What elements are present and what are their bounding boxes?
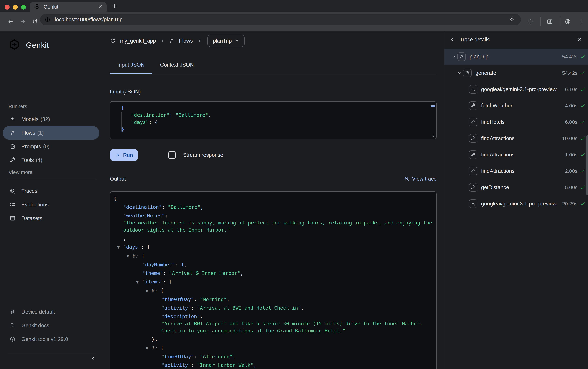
code-token: "destination" <box>123 204 162 210</box>
sidebar-item-genkit-docs[interactable]: Genkit docs <box>3 319 99 332</box>
trace-span-duration: 6.00s <box>565 119 578 125</box>
sidebar-item-label: Traces <box>21 188 37 194</box>
menu-kebab-icon[interactable] <box>578 19 584 24</box>
view-more-link[interactable]: View more <box>9 169 32 175</box>
site-info-icon[interactable] <box>45 17 50 22</box>
stream-response-label: Stream response <box>183 152 223 158</box>
trace-row-fetchWeather[interactable]: fetchWeather4.00s <box>444 98 588 114</box>
models-icon <box>10 116 16 122</box>
output-json-viewer[interactable]: {"destination": "Baltimore","weatherNote… <box>110 191 437 369</box>
success-check-icon <box>580 103 585 108</box>
trace-row-generate[interactable]: generate54.42s <box>444 65 588 81</box>
forward-icon[interactable] <box>20 19 26 25</box>
code-token: : <box>194 354 200 359</box>
trace-span-name: getDistance <box>481 184 565 190</box>
sidebar-item-prompts[interactable]: Prompts(0) <box>3 140 99 153</box>
code-token: 1 <box>181 262 184 267</box>
code-token: "The weather forecast is sunny, making i… <box>123 220 432 226</box>
code-token: "Afternoon" <box>200 354 233 359</box>
code-line: "timeOfDay": "Morning", <box>110 296 436 303</box>
new-tab-button[interactable] <box>112 3 117 9</box>
trace-row-googleai-gemini-3-1-pro-preview[interactable]: googleai/gemini-3.1-pro-preview20.29s <box>444 195 588 212</box>
code-token: : <box>165 213 168 218</box>
collapse-triangle-icon[interactable]: ▼ <box>136 278 142 286</box>
trace-row-findAttractions[interactable]: findAttractions1.00s <box>444 146 588 163</box>
chevron-down-icon[interactable] <box>452 54 457 59</box>
code-line: { <box>121 104 436 112</box>
trace-span-duration: 20.29s <box>562 201 578 207</box>
extensions-icon[interactable] <box>528 19 534 25</box>
trace-span-name: findAttractions <box>481 168 565 174</box>
code-token: , <box>208 112 211 118</box>
code-line: "timeOfDay": "Afternoon", <box>110 353 436 360</box>
reload-icon[interactable] <box>32 19 38 24</box>
sidebar-item-count: (0) <box>43 144 50 150</box>
refresh-icon[interactable] <box>110 38 116 44</box>
view-trace-link[interactable]: View trace <box>404 176 437 182</box>
collapse-triangle-icon[interactable]: ▼ <box>146 345 152 352</box>
trace-back-icon[interactable] <box>449 37 455 42</box>
sidebar-item-traces[interactable]: Traces <box>3 184 99 198</box>
input-json-editor[interactable]: {"destination": "Baltimore","days": 4} <box>110 101 437 139</box>
trace-row-findAttractions[interactable]: findAttractions10.00s <box>444 130 588 146</box>
browser-tab[interactable]: Genkit <box>30 2 107 11</box>
code-token: : [ <box>163 279 172 285</box>
code-token: : <box>194 297 200 302</box>
code-line: "Arrive at BWI Airport and take a scenic… <box>110 320 436 327</box>
flows-icon <box>169 38 175 44</box>
trace-row-planTrip[interactable]: planTrip54.42s <box>444 49 588 65</box>
code-line: Check in to your accommodations at The G… <box>110 327 436 334</box>
sidebar-item-label: Flows <box>21 130 35 136</box>
side-panel-search-icon[interactable] <box>547 18 553 25</box>
window-minimize-button[interactable] <box>13 5 18 10</box>
stream-response-checkbox[interactable] <box>169 152 176 159</box>
sidebar-item-models[interactable]: Models(32) <box>3 113 99 126</box>
flow-selector-dropdown[interactable]: planTrip <box>207 35 245 47</box>
code-token: "destination" <box>131 112 170 118</box>
code-token: , <box>184 262 187 267</box>
sidebar-item-genkit-tools-v1-29-0[interactable]: Genkit tools v1.29.0 <box>3 332 99 346</box>
sidebar-collapse-icon[interactable] <box>90 356 96 362</box>
breadcrumb-app[interactable]: my_genkit_app <box>120 38 156 44</box>
window-maximize-button[interactable] <box>21 5 26 10</box>
profile-icon[interactable] <box>565 18 571 25</box>
tab-input-json[interactable]: Input JSON <box>110 56 152 73</box>
sidebar-item-evaluations[interactable]: Evaluations <box>3 198 99 212</box>
chevron-down-icon[interactable] <box>457 71 463 75</box>
trace-scrollbar-thumb[interactable] <box>587 135 588 195</box>
code-token: Check in to your accommodations at The G… <box>161 328 346 334</box>
sidebar-item-datasets[interactable]: Datasets <box>3 212 99 225</box>
trace-close-icon[interactable] <box>577 37 582 42</box>
code-token: { <box>121 105 124 111</box>
trace-row-getDistance[interactable]: getDistance5.00s <box>444 179 588 195</box>
sidebar-item-flows[interactable]: Flows(1) <box>3 126 99 140</box>
back-icon[interactable] <box>8 19 14 25</box>
indent-guide <box>121 112 122 131</box>
browser-toolbar: localhost:4000/flows/planTrip <box>0 11 588 31</box>
trace-row-googleai-gemini-3-1-pro-preview[interactable]: googleai/gemini-3.1-pro-preview6.10s <box>444 81 588 98</box>
collapse-triangle-icon[interactable]: ▼ <box>127 253 133 260</box>
code-token: 0: <box>152 288 161 293</box>
code-line: "theme": "Arrival & Inner Harbor", <box>110 270 436 277</box>
resize-handle-icon[interactable] <box>430 133 435 138</box>
code-line: , <box>110 235 436 242</box>
window-close-button[interactable] <box>5 5 10 10</box>
code-token: : <box>175 262 181 267</box>
tab-context-json[interactable]: Context JSON <box>152 56 202 73</box>
trace-row-findHotels[interactable]: findHotels6.00s <box>444 114 588 130</box>
bookmark-star-icon[interactable] <box>509 17 515 22</box>
code-line: ▼0: { <box>110 252 436 260</box>
trace-row-findAttractions[interactable]: findAttractions2.00s <box>444 163 588 179</box>
collapse-triangle-icon[interactable]: ▼ <box>146 287 152 295</box>
sidebar-item-label: Datasets <box>21 215 42 221</box>
sidebar-item-tools[interactable]: Tools(4) <box>3 153 99 167</box>
tab-close-icon[interactable] <box>98 4 103 9</box>
url-bar[interactable]: localhost:4000/flows/planTrip <box>40 14 521 25</box>
caret-down-icon <box>234 39 239 43</box>
editor-scrollbar-thumb[interactable] <box>431 105 435 107</box>
collapse-triangle-icon[interactable]: ▼ <box>117 244 123 251</box>
breadcrumb-flows[interactable]: Flows <box>179 38 193 44</box>
prompts-icon <box>10 144 16 150</box>
run-button[interactable]: Run <box>110 149 138 161</box>
sidebar-item-device-default[interactable]: Device default <box>3 305 99 319</box>
